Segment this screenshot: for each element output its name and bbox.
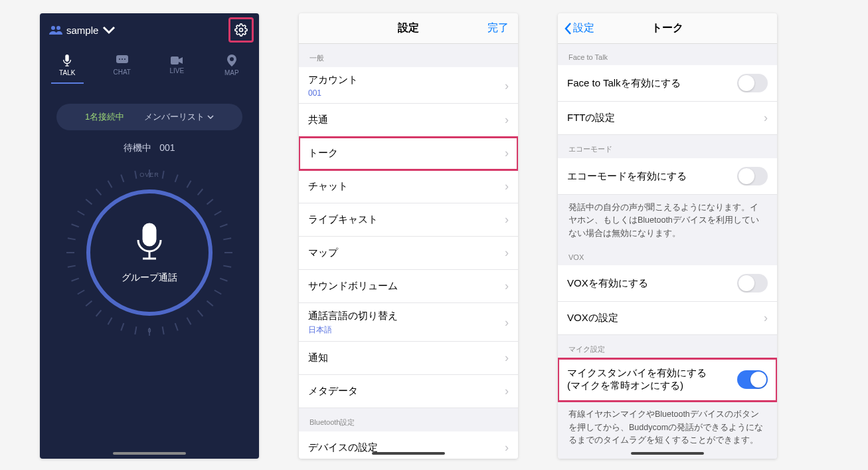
talk-screen: sample TALK CHAT LIVE MAP 1名接続中 メンバーリスト (40, 13, 259, 459)
talk-settings-screen: 設定 トーク Face to Talk Face to Talkを有効にする F… (558, 13, 777, 459)
tab-talk[interactable]: TALK (40, 47, 95, 84)
svg-line-26 (198, 310, 203, 316)
svg-line-34 (96, 310, 102, 316)
row-label: トーク (308, 147, 505, 160)
row-label: VOXを有効にする (567, 277, 737, 290)
chevron-right-icon: › (505, 113, 509, 127)
chevron-right-icon: › (505, 351, 509, 365)
chevron-right-icon: › (764, 111, 768, 125)
svg-line-41 (72, 224, 79, 227)
chevron-right-icon: › (505, 279, 509, 293)
echo-description: 発話中の自分の声が聞こえるようになります。イヤホン、もしくはBluetoothデ… (558, 195, 777, 249)
chevron-right-icon: › (505, 441, 509, 455)
tab-chat[interactable]: CHAT (95, 47, 150, 84)
status-pill: 1名接続中 メンバーリスト (56, 104, 242, 130)
settings-button[interactable] (228, 17, 254, 43)
member-list-button[interactable]: メンバーリスト (144, 111, 214, 123)
toggle-echo[interactable] (737, 167, 768, 185)
chevron-right-icon: › (764, 311, 768, 325)
svg-point-8 (122, 59, 123, 60)
row-label: 通知 (308, 352, 505, 364)
row-label: 通話言語の切り替え (308, 310, 505, 322)
row-metadata[interactable]: メタデータ › (299, 375, 518, 408)
row-label: VOXの設定 (567, 312, 764, 324)
row-lang[interactable]: 通話言語の切り替え 日本語 › (299, 303, 518, 342)
done-button[interactable]: 完了 (487, 21, 509, 35)
chevron-down-icon (207, 115, 214, 119)
home-indicator (372, 452, 445, 455)
tab-live[interactable]: LIVE (149, 47, 205, 84)
row-label: エコーモードを有効にする (567, 170, 737, 183)
svg-rect-10 (171, 57, 179, 64)
chevron-right-icon: › (505, 179, 509, 193)
svg-line-22 (223, 266, 231, 267)
row-common[interactable]: 共通 › (299, 104, 518, 137)
row-sound[interactable]: サウンドボリューム › (299, 270, 518, 303)
nav-title: トーク (651, 21, 683, 35)
row-label: アカウント (308, 74, 505, 86)
svg-line-29 (163, 326, 164, 334)
svg-line-47 (135, 171, 136, 179)
row-ftt-settings[interactable]: FTTの設定 › (558, 102, 777, 135)
svg-line-38 (68, 266, 76, 267)
chevron-right-icon: › (505, 384, 509, 398)
chevron-right-icon: › (505, 246, 509, 260)
section-vox: VOX (558, 249, 777, 265)
svg-line-46 (121, 175, 124, 182)
status-text: 待機中 001 (40, 142, 259, 154)
svg-line-32 (121, 323, 124, 330)
toggle-mic-standby[interactable] (737, 370, 768, 389)
svg-line-16 (198, 189, 203, 195)
mic-description: 有線イヤホンマイクやBluetoothデバイスのボタンを押してから、Buddyc… (558, 402, 777, 459)
svg-line-28 (175, 323, 178, 330)
svg-line-25 (207, 301, 213, 306)
section-bluetooth: Bluetooth設定 (299, 408, 518, 431)
row-chat[interactable]: チャット › (299, 170, 518, 203)
nav-title: 設定 (398, 21, 419, 35)
row-vox-settings[interactable]: VOXの設定 › (558, 302, 777, 335)
svg-point-9 (124, 59, 126, 60)
row-vox-enable[interactable]: VOXを有効にする (558, 265, 777, 302)
svg-line-27 (187, 318, 191, 324)
row-livecast[interactable]: ライブキャスト › (299, 203, 518, 237)
svg-line-33 (108, 318, 112, 324)
chevron-right-icon: › (505, 316, 509, 330)
row-talk[interactable]: トーク › (299, 137, 518, 170)
dial-ticks (63, 166, 236, 339)
section-echo: エコーモード (558, 135, 777, 158)
row-label: サウンドボリューム (308, 280, 505, 293)
svg-line-19 (220, 224, 227, 227)
section-general: 一般 (299, 44, 518, 67)
svg-line-13 (163, 171, 164, 179)
row-echo-enable[interactable]: エコーモードを有効にする (558, 158, 777, 195)
zero-label: 0 (147, 327, 151, 334)
svg-line-37 (72, 279, 79, 281)
group-selector[interactable]: sample (49, 25, 116, 36)
svg-line-36 (78, 291, 84, 294)
chevron-right-icon: › (505, 79, 509, 93)
chevron-down-icon (102, 25, 116, 35)
row-account[interactable]: アカウント 001 › (299, 67, 518, 104)
settings-screen: 設定 完了 一般 アカウント 001 › 共通 › トーク › チャット › ラ… (299, 13, 518, 459)
home-indicator (113, 452, 186, 455)
svg-line-15 (187, 181, 191, 187)
toggle-ftt[interactable] (737, 74, 768, 92)
back-button[interactable]: 設定 (564, 21, 594, 35)
toggle-vox[interactable] (737, 274, 768, 293)
row-label-2: (マイクを常時オンにする) (567, 380, 737, 392)
row-notify[interactable]: 通知 › (299, 342, 518, 375)
row-map[interactable]: マップ › (299, 237, 518, 270)
group-icon (49, 25, 62, 35)
tab-label: CHAT (114, 68, 131, 76)
row-label: メタデータ (308, 385, 505, 398)
section-ftt: Face to Talk (558, 44, 777, 65)
tab-map[interactable]: MAP (205, 47, 260, 84)
row-ftt-enable[interactable]: Face to Talkを有効にする (558, 65, 777, 102)
chevron-right-icon: › (505, 146, 509, 160)
gear-icon (234, 23, 248, 37)
connected-count: 1名接続中 (85, 111, 124, 123)
svg-point-1 (56, 26, 60, 30)
tab-label: LIVE (169, 67, 184, 74)
row-mic-standby[interactable]: マイクスタンバイを有効にする (マイクを常時オンにする) (558, 358, 777, 402)
svg-point-0 (51, 26, 55, 30)
